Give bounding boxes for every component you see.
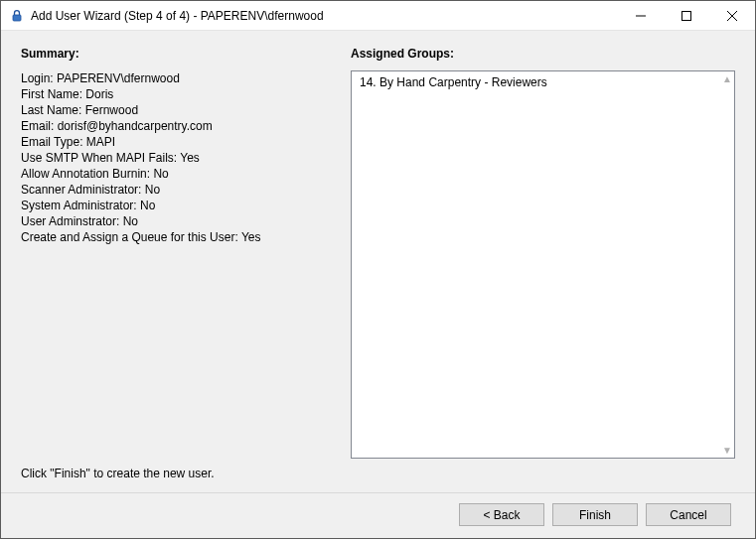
separator xyxy=(1,492,755,493)
wizard-body: Summary: Login: PAPERENV\dfernwoodFirst … xyxy=(1,31,755,538)
summary-line: Use SMTP When MAPI Fails: Yes xyxy=(21,150,329,166)
titlebar: Add User Wizard (Step 4 of 4) - PAPERENV… xyxy=(1,1,755,31)
assigned-groups-list[interactable]: ▲ 14. By Hand Carpentry - Reviewers▼ xyxy=(351,70,735,459)
summary-line: User Adminstrator: No xyxy=(21,213,329,229)
summary-line: System Administrator: No xyxy=(21,198,329,213)
wizard-hint: Click "Finish" to create the new user. xyxy=(21,467,735,480)
svg-rect-2 xyxy=(682,11,691,20)
close-button[interactable] xyxy=(709,1,755,31)
summary-line: Allow Annotation Burnin: No xyxy=(21,166,329,182)
svg-rect-0 xyxy=(13,15,21,21)
summary-lines: Login: PAPERENV\dfernwoodFirst Name: Dor… xyxy=(21,70,329,245)
maximize-button[interactable] xyxy=(664,1,709,31)
summary-line: Scanner Administrator: No xyxy=(21,182,329,198)
lock-icon xyxy=(9,8,25,24)
back-button[interactable]: < Back xyxy=(459,503,544,526)
summary-heading: Summary: xyxy=(21,47,329,61)
cancel-button[interactable]: Cancel xyxy=(646,503,731,526)
scroll-down-icon[interactable]: ▼ xyxy=(722,445,732,456)
summary-line: First Name: Doris xyxy=(21,86,329,102)
minimize-button[interactable] xyxy=(618,1,664,31)
assigned-groups-heading: Assigned Groups: xyxy=(351,47,735,61)
summary-line: Email Type: MAPI xyxy=(21,134,329,150)
list-item[interactable]: 14. By Hand Carpentry - Reviewers xyxy=(360,75,726,89)
summary-line: Create and Assign a Queue for this User:… xyxy=(21,229,329,245)
window-title: Add User Wizard (Step 4 of 4) - PAPERENV… xyxy=(31,9,618,23)
scroll-up-icon[interactable]: ▲ xyxy=(722,73,732,84)
wizard-buttons: < Back Finish Cancel xyxy=(21,503,735,526)
summary-line: Last Name: Fernwood xyxy=(21,102,329,118)
finish-button[interactable]: Finish xyxy=(552,503,638,526)
summary-line: Login: PAPERENV\dfernwood xyxy=(21,70,329,86)
summary-line: Email: dorisf@byhandcarpentry.com xyxy=(21,118,329,134)
